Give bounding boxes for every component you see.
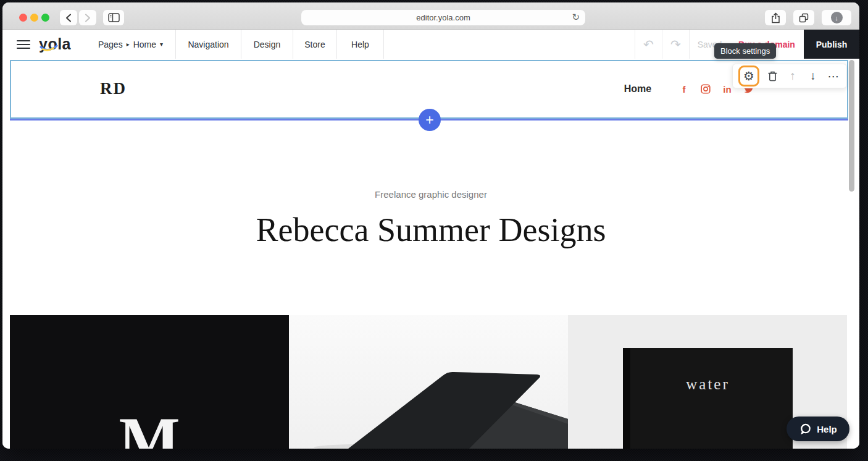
linkedin-icon[interactable]: in — [722, 84, 732, 94]
trash-icon — [768, 71, 777, 82]
minimize-window-button[interactable] — [30, 14, 38, 22]
address-bar[interactable]: editor.yola.com ↻ — [301, 10, 585, 25]
gallery-image-poster-m[interactable]: M — [10, 315, 289, 449]
main-menu-button[interactable] — [17, 38, 30, 51]
menu-store[interactable]: Store — [293, 30, 337, 59]
share-button[interactable] — [765, 10, 786, 25]
browser-forward-button[interactable] — [79, 10, 96, 25]
url-text: editor.yola.com — [416, 13, 470, 22]
facebook-icon[interactable]: f — [679, 84, 689, 94]
menu-help[interactable]: Help — [337, 30, 384, 59]
page-scrollbar[interactable] — [849, 60, 854, 192]
plus-icon: + — [425, 112, 433, 129]
yola-logo[interactable]: yola — [39, 35, 77, 53]
browser-toolbar: editor.yola.com ↻ ↓ — [2, 2, 859, 30]
downloads-button[interactable]: ↓ — [822, 10, 851, 25]
close-window-button[interactable] — [19, 14, 27, 22]
instagram-icon[interactable] — [701, 84, 711, 94]
menu-pages[interactable]: Pages ▸ Home ▾ — [86, 30, 176, 59]
block-settings-button[interactable]: ⚙ — [738, 66, 759, 87]
sidebar-icon — [108, 13, 120, 22]
pages-label: Pages — [98, 40, 123, 49]
editor-canvas: RD Home f in — [2, 59, 859, 449]
publish-button[interactable]: Publish — [804, 30, 859, 59]
zoom-window-button[interactable] — [41, 14, 49, 22]
book-spine — [623, 348, 630, 449]
menu-design[interactable]: Design — [241, 30, 293, 59]
gallery-image-laptop[interactable] — [289, 315, 568, 449]
arrow-up-icon: ↑ — [790, 69, 796, 83]
move-block-up-button[interactable]: ↑ — [785, 69, 800, 83]
add-block-button[interactable]: + — [419, 109, 441, 131]
help-widget-button[interactable]: Help — [787, 417, 849, 441]
block-settings-tooltip: Block settings — [714, 43, 776, 59]
chevron-down-icon: ▾ — [160, 41, 163, 48]
yola-logo-swoosh-icon — [40, 45, 58, 52]
browser-back-button[interactable] — [60, 10, 77, 25]
chevron-left-icon — [65, 14, 72, 22]
help-widget-label: Help — [817, 424, 837, 434]
browser-window: editor.yola.com ↻ ↓ — [2, 2, 859, 449]
block-action-toolbar: ⚙ ↑ ↓ ⋯ — [732, 64, 847, 88]
reload-icon[interactable]: ↻ — [572, 12, 580, 23]
ellipsis-icon: ⋯ — [828, 69, 840, 83]
hero-title[interactable]: Rebecca Summer Designs — [2, 211, 859, 249]
undo-icon: ↶ — [643, 37, 654, 52]
gear-icon: ⚙ — [741, 69, 756, 83]
share-icon — [771, 12, 780, 23]
redo-icon: ↷ — [670, 37, 681, 52]
book-cover: water — [623, 348, 793, 449]
chat-bubble-icon — [799, 423, 812, 436]
more-options-button[interactable]: ⋯ — [826, 69, 841, 83]
gallery-row: M water — [10, 315, 847, 449]
download-icon: ↓ — [831, 12, 843, 23]
chevron-right-icon — [85, 14, 91, 22]
poster-letter: M — [119, 408, 180, 449]
hamburger-icon — [17, 40, 30, 41]
sidebar-toggle-button[interactable] — [103, 10, 124, 25]
redo-button[interactable]: ↷ — [662, 30, 689, 59]
site-nav-home[interactable]: Home — [624, 83, 651, 95]
tabs-icon — [799, 13, 809, 23]
move-block-down-button[interactable]: ↓ — [806, 69, 820, 83]
current-page-label: Home — [133, 40, 156, 49]
laptop-illustration — [289, 315, 568, 449]
tab-overview-button[interactable] — [793, 10, 814, 25]
hero-subtitle[interactable]: Freelance graphic designer — [2, 189, 859, 200]
book-title: water — [623, 376, 793, 393]
site-logo[interactable]: RD — [100, 79, 127, 98]
breadcrumb-caret-icon: ▸ — [127, 41, 130, 48]
delete-block-button[interactable] — [765, 71, 780, 82]
arrow-down-icon: ↓ — [810, 69, 816, 83]
undo-button[interactable]: ↶ — [635, 30, 662, 59]
menu-navigation[interactable]: Navigation — [176, 30, 241, 59]
